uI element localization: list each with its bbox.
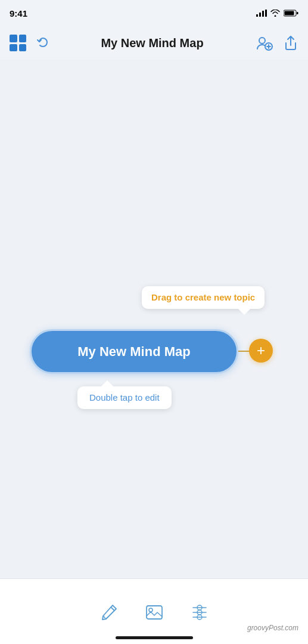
- svg-rect-3: [265, 10, 267, 17]
- svg-rect-0: [256, 14, 258, 17]
- svg-rect-13: [147, 606, 162, 619]
- bottom-toolbar: [0, 578, 308, 644]
- svg-point-7: [259, 38, 265, 44]
- svg-point-12: [102, 615, 105, 618]
- toolbar-icons: [98, 579, 210, 636]
- edit-tooltip: Double tap to edit: [77, 386, 172, 409]
- svg-rect-1: [259, 13, 261, 17]
- add-topic-button[interactable]: +: [249, 339, 273, 363]
- navbar: My New Mind Map: [0, 26, 308, 60]
- home-indicator: [116, 636, 193, 639]
- add-user-icon[interactable]: [254, 33, 273, 52]
- svg-line-11: [111, 607, 114, 611]
- mindmap-node-text: My New Mind Map: [77, 344, 190, 360]
- status-icons: [256, 10, 298, 17]
- wifi-icon: [270, 10, 280, 17]
- svg-rect-2: [262, 11, 264, 17]
- menu-tool-button[interactable]: [189, 602, 210, 623]
- drag-tooltip-text: Drag to create new topic: [151, 292, 255, 302]
- svg-rect-5: [285, 11, 294, 16]
- signal-icon: [256, 10, 267, 17]
- watermark: groovyPost.com: [247, 624, 298, 632]
- battery-icon: [284, 10, 298, 17]
- image-tool-button[interactable]: [144, 602, 165, 623]
- navbar-left: [10, 35, 50, 51]
- grid-icon[interactable]: [10, 35, 26, 51]
- page-title: My New Mind Map: [50, 36, 254, 50]
- status-time: 9:41: [10, 8, 27, 18]
- canvas: Drag to create new topic My New Mind Map…: [0, 60, 308, 578]
- svg-rect-6: [297, 12, 298, 14]
- mindmap-node[interactable]: My New Mind Map: [30, 329, 238, 374]
- drag-tooltip: Drag to create new topic: [142, 286, 265, 309]
- svg-point-14: [149, 608, 153, 612]
- status-bar: 9:41: [0, 0, 308, 26]
- navbar-right: [254, 33, 298, 52]
- pencil-tool-button[interactable]: [98, 602, 120, 623]
- share-icon[interactable]: [283, 35, 298, 51]
- edit-tooltip-text: Double tap to edit: [89, 392, 160, 402]
- undo-icon[interactable]: [36, 36, 50, 50]
